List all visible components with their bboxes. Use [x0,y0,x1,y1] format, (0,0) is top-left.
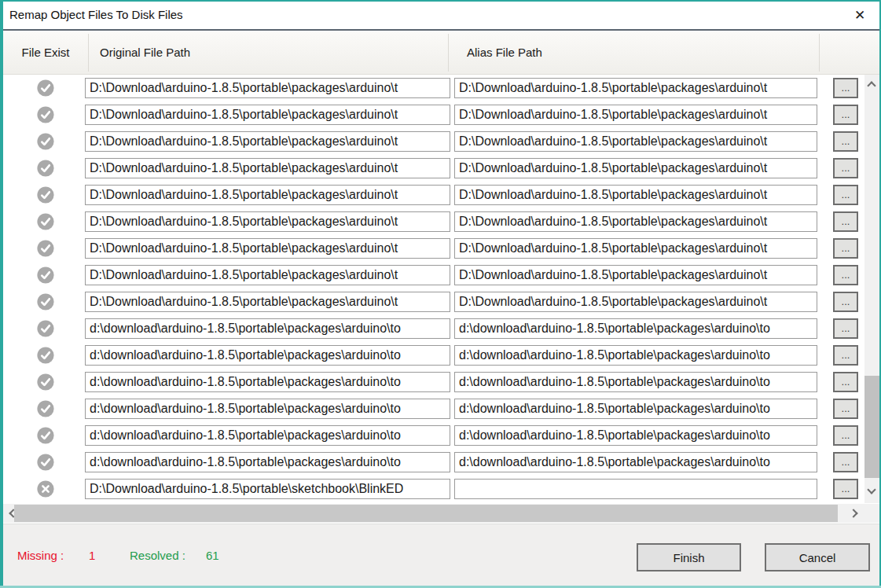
alias-path-input[interactable] [454,425,817,446]
file-exists-check-icon [37,160,54,177]
browse-button[interactable]: ... [833,292,858,312]
header-separator [819,34,820,72]
table-row: ... [3,449,864,476]
original-path-input[interactable] [85,399,450,419]
file-exists-check-icon [37,400,54,417]
browse-button[interactable]: ... [833,345,858,366]
original-path-input[interactable] [85,345,450,366]
alias-path-input[interactable] [454,131,817,152]
vertical-scrollbar-thumb[interactable] [864,376,879,478]
file-exists-check-icon [37,213,54,230]
original-path-input[interactable] [85,425,450,446]
horizontal-scrollbar-thumb[interactable] [14,505,838,522]
cancel-button[interactable]: Cancel [765,543,870,571]
file-exists-check-icon [37,240,54,257]
table-row: ... [3,288,864,315]
finish-button[interactable]: Finish [637,543,741,571]
resolved-label: Resolved : [130,524,185,586]
original-path-input[interactable] [85,372,450,392]
original-path-input[interactable] [85,265,450,285]
file-exists-check-icon [37,133,54,150]
file-exist-cell [37,213,54,230]
browse-button[interactable]: ... [833,185,858,205]
resolved-count: 61 [206,524,219,586]
browse-button[interactable]: ... [833,452,858,472]
browse-button[interactable]: ... [833,78,858,98]
browse-button[interactable]: ... [833,425,858,446]
file-exist-cell [37,293,54,311]
alias-path-input[interactable] [454,211,817,232]
alias-path-input[interactable] [454,452,817,472]
close-icon[interactable]: ✕ [850,6,870,25]
browse-button[interactable]: ... [833,211,858,232]
file-exist-cell [37,106,54,123]
alias-path-input[interactable] [454,158,817,178]
table-row: ... [3,395,864,422]
browse-button[interactable]: ... [833,105,858,125]
table-body: ... ... ... ... ... [3,75,864,503]
file-exists-check-icon [37,106,54,123]
original-path-input[interactable] [85,318,450,339]
browse-button[interactable]: ... [833,399,858,419]
file-exist-cell [37,266,54,284]
column-header-original-path[interactable]: Original File Path [100,31,190,75]
header-separator [88,34,89,72]
scroll-down-icon[interactable] [867,485,875,494]
vertical-scrollbar[interactable] [864,75,879,503]
file-exist-cell [37,347,54,364]
column-header-file-exist[interactable]: File Exist [3,31,88,75]
original-path-input[interactable] [85,292,450,312]
file-exists-check-icon [37,266,54,284]
alias-path-input[interactable] [454,372,817,392]
original-path-input[interactable] [85,131,450,152]
scroll-right-icon[interactable] [849,509,857,517]
table-row: ... [3,369,864,395]
original-path-input[interactable] [85,105,450,125]
file-exists-check-icon [37,347,54,364]
file-exists-check-icon [37,320,54,337]
original-path-input[interactable] [85,185,450,205]
title-bar[interactable]: Remap Object Files To Disk Files ✕ [3,2,879,29]
table-row: ... [3,155,864,182]
file-exist-cell [37,133,54,150]
alias-path-input[interactable] [454,318,817,339]
browse-button[interactable]: ... [833,372,858,392]
browse-button[interactable]: ... [833,238,858,259]
column-header-alias-path[interactable]: Alias File Path [467,31,542,75]
scroll-up-icon[interactable] [867,81,875,90]
original-path-input[interactable] [85,452,450,472]
alias-path-input[interactable] [454,479,817,499]
file-exist-cell [37,454,54,471]
missing-count: 1 [89,524,95,586]
original-path-input[interactable] [85,211,450,232]
alias-path-input[interactable] [454,238,817,259]
browse-button[interactable]: ... [833,265,858,285]
table-header: File Exist Original File Path Alias File… [3,31,879,75]
browse-button[interactable]: ... [833,158,858,178]
alias-path-input[interactable] [454,185,817,205]
original-path-input[interactable] [85,479,450,499]
table-row: ... [3,128,864,155]
file-exists-check-icon [37,427,54,444]
file-exist-cell [37,480,54,498]
table-row: ... [3,315,864,342]
alias-path-input[interactable] [454,78,817,98]
alias-path-input[interactable] [454,345,817,366]
alias-path-input[interactable] [454,399,817,419]
original-path-input[interactable] [85,238,450,259]
alias-path-input[interactable] [454,292,817,312]
alias-path-input[interactable] [454,105,817,125]
original-path-input[interactable] [85,158,450,178]
file-exists-check-icon [37,373,54,391]
table-row: ... [3,75,864,101]
alias-path-input[interactable] [454,265,817,285]
horizontal-scrollbar[interactable] [3,504,879,523]
original-path-input[interactable] [85,78,450,98]
browse-button[interactable]: ... [833,479,858,499]
file-exist-cell [37,400,54,417]
browse-button[interactable]: ... [833,131,858,152]
file-exist-cell [37,373,54,391]
table-row: ... [3,182,864,208]
browse-button[interactable]: ... [833,318,858,339]
file-exist-cell [37,79,54,97]
